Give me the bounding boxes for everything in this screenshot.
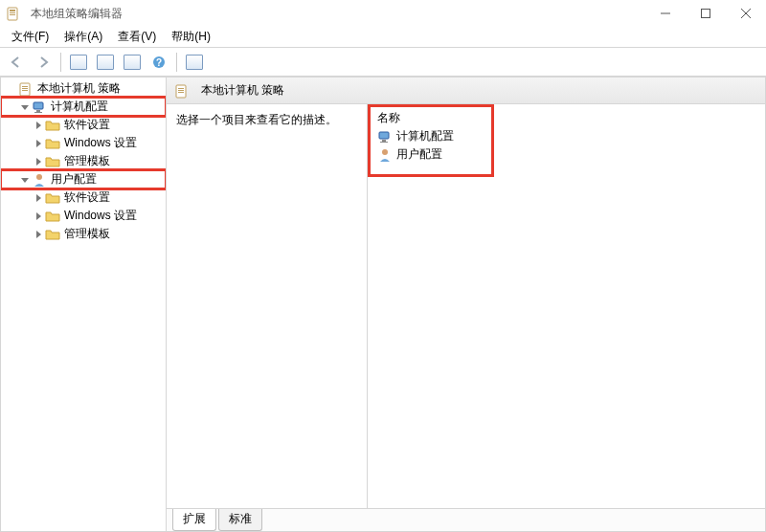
svg-rect-20: [178, 90, 184, 91]
tree-user-templates[interactable]: 管理模板: [1, 225, 166, 243]
tree-comp-templates[interactable]: 管理模板: [1, 152, 166, 170]
toolbar-separator: [176, 53, 177, 72]
tree-label: 管理模板: [64, 226, 110, 242]
toolbar: ?: [0, 48, 766, 77]
svg-rect-22: [379, 132, 389, 139]
policy-doc-icon: [18, 81, 34, 97]
toolbar-export-button[interactable]: [120, 51, 145, 74]
back-button[interactable]: [4, 51, 29, 74]
computer-icon: [377, 129, 393, 144]
expand-icon[interactable]: [32, 119, 45, 132]
toolbar-separator: [60, 53, 61, 72]
tree-user-software[interactable]: 软件设置: [1, 188, 166, 207]
svg-rect-11: [22, 86, 28, 87]
menu-help[interactable]: 帮助(H): [164, 27, 218, 47]
tree-user-config-label: 用户配置: [51, 171, 97, 188]
menu-view[interactable]: 查看(V): [110, 27, 164, 47]
expand-icon[interactable]: [18, 173, 32, 187]
list-item-computer-config[interactable]: 计算机配置: [373, 127, 759, 145]
tree-label: 软件设置: [64, 117, 110, 133]
svg-rect-21: [178, 92, 184, 93]
svg-rect-14: [34, 102, 43, 109]
tree-label: Windows 设置: [64, 208, 137, 224]
svg-rect-1: [10, 10, 15, 11]
tree-label: 管理模板: [64, 153, 110, 169]
folder-icon: [45, 209, 60, 224]
tree-root[interactable]: 本地计算机 策略: [1, 79, 166, 98]
svg-rect-18: [176, 85, 186, 98]
list-header-name[interactable]: 名称: [373, 108, 759, 127]
toolbar-details-button[interactable]: [182, 51, 207, 74]
svg-rect-5: [702, 10, 710, 18]
expand-icon[interactable]: [32, 228, 45, 241]
svg-rect-24: [380, 142, 388, 143]
content-header-title: 本地计算机 策略: [201, 82, 284, 99]
tab-standard[interactable]: 标准: [218, 509, 262, 531]
list-column: 名称 计算机配置 用户配置: [368, 104, 765, 508]
svg-rect-12: [22, 88, 28, 89]
tree-comp-windows[interactable]: Windows 设置: [1, 134, 166, 152]
close-button[interactable]: [726, 0, 766, 27]
svg-rect-19: [178, 88, 184, 89]
expand-icon[interactable]: [32, 210, 45, 223]
tree-user-config[interactable]: 用户配置: [1, 170, 166, 188]
forward-button[interactable]: [31, 51, 56, 74]
list-item-label: 计算机配置: [396, 128, 454, 144]
expand-icon[interactable]: [32, 191, 45, 205]
svg-point-25: [382, 149, 388, 155]
window-title: 本地组策略编辑器: [31, 6, 123, 22]
window-titlebar: 本地组策略编辑器: [0, 0, 766, 27]
folder-icon: [45, 154, 60, 169]
svg-text:?: ?: [156, 57, 162, 68]
expand-icon[interactable]: [18, 100, 32, 114]
content-tabs: 扩展 标准: [167, 508, 765, 531]
svg-rect-3: [10, 14, 15, 15]
menubar: 文件(F) 操作(A) 查看(V) 帮助(H): [0, 27, 766, 48]
app-icon: [6, 6, 21, 21]
tree-computer-config-label: 计算机配置: [51, 99, 108, 115]
list-item-user-config[interactable]: 用户配置: [373, 145, 759, 164]
tree-label: 软件设置: [64, 189, 110, 206]
folder-icon: [45, 136, 60, 151]
svg-rect-13: [22, 90, 28, 91]
svg-rect-2: [10, 12, 15, 13]
folder-icon: [45, 227, 60, 242]
tree-user-windows[interactable]: Windows 设置: [1, 207, 166, 225]
user-icon: [377, 147, 393, 163]
expand-icon[interactable]: [32, 137, 45, 150]
content-pane: 本地计算机 策略 选择一个项目来查看它的描述。 名称 计算机配置: [167, 77, 766, 532]
folder-icon: [45, 190, 60, 206]
computer-icon: [32, 100, 47, 115]
description-prompt: 选择一个项目来查看它的描述。: [176, 113, 337, 126]
svg-rect-15: [36, 110, 40, 112]
svg-rect-0: [8, 8, 17, 20]
tree-computer-config[interactable]: 计算机配置: [1, 98, 166, 116]
list-item-label: 用户配置: [396, 146, 442, 163]
menu-file[interactable]: 文件(F): [4, 27, 56, 47]
expand-icon[interactable]: [32, 155, 45, 168]
tree-root-label: 本地计算机 策略: [37, 80, 121, 97]
user-icon: [32, 172, 47, 188]
window-controls: [645, 0, 766, 27]
main-area: 本地计算机 策略 计算机配置 软件设置 Windows 设置: [0, 77, 766, 532]
svg-point-17: [36, 174, 42, 180]
svg-rect-16: [34, 112, 42, 113]
svg-rect-23: [382, 140, 386, 142]
svg-rect-10: [20, 83, 30, 96]
maximize-button[interactable]: [686, 0, 726, 27]
tree-pane[interactable]: 本地计算机 策略 计算机配置 软件设置 Windows 设置: [0, 77, 167, 532]
tab-extended[interactable]: 扩展: [172, 509, 216, 531]
menu-action[interactable]: 操作(A): [56, 27, 110, 47]
toolbar-refresh-button[interactable]: [93, 51, 118, 74]
minimize-button[interactable]: [645, 0, 686, 27]
content-body: 选择一个项目来查看它的描述。 名称 计算机配置 用户配置: [167, 104, 765, 508]
content-header: 本地计算机 策略: [167, 78, 765, 104]
toolbar-help-button[interactable]: ?: [146, 51, 171, 74]
policy-doc-icon: [174, 83, 190, 99]
tree-label: Windows 设置: [64, 135, 137, 151]
description-column: 选择一个项目来查看它的描述。: [167, 104, 368, 508]
toolbar-view-button[interactable]: [66, 51, 91, 74]
folder-icon: [45, 118, 60, 133]
tree-comp-software[interactable]: 软件设置: [1, 116, 166, 134]
